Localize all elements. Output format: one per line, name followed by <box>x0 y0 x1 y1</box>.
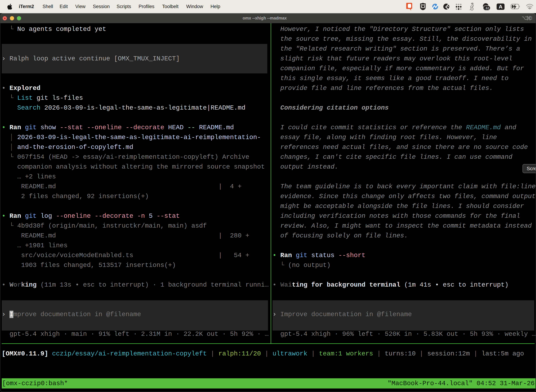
svg-text:..61: ..61 <box>484 6 490 10</box>
